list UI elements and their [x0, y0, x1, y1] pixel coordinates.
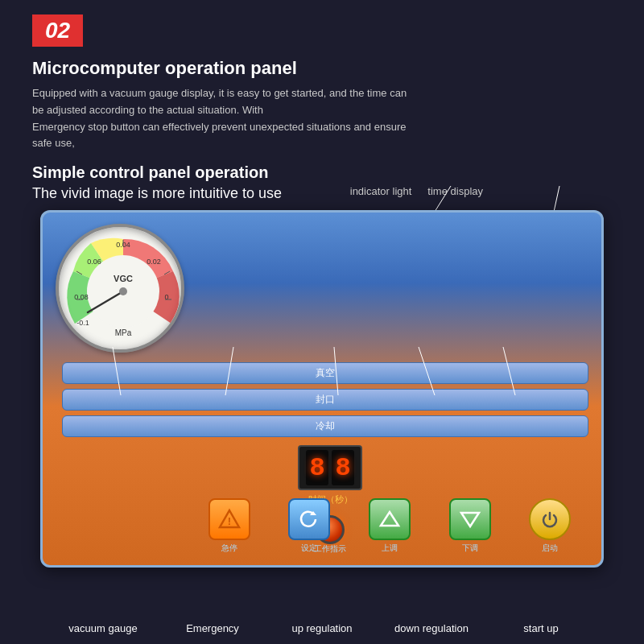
svg-point-11	[119, 287, 127, 295]
down-regulation-button[interactable]	[449, 498, 491, 540]
reset-icon	[298, 508, 320, 530]
svg-text:VGC: VGC	[114, 274, 133, 283]
page-container: 02 Microcomputer operation panel Equippe…	[0, 0, 644, 644]
sub-desc: The vivid image is more intuitive to use…	[32, 185, 612, 202]
down-label: 下调	[462, 543, 478, 554]
set-btn-group: 设定	[288, 498, 330, 554]
down-arrow-icon	[459, 508, 481, 530]
seal-mode-button[interactable]: 封口	[62, 389, 588, 411]
vacuum-gauge-label: vacuum gauge	[48, 622, 158, 644]
start-label: 启动	[542, 543, 558, 554]
set-label: 设定	[301, 543, 317, 554]
svg-marker-22	[461, 513, 479, 526]
svg-text:MPa: MPa	[115, 328, 132, 337]
svg-text:-0.1: -0.1	[76, 319, 89, 327]
time-digit-2: 8	[332, 450, 354, 485]
up-arrow-icon	[378, 508, 401, 530]
svg-marker-21	[381, 512, 398, 526]
up-label: 上调	[382, 543, 398, 554]
cool-mode-button[interactable]: 冷却	[62, 415, 588, 437]
start-button[interactable]	[529, 498, 571, 540]
time-digits: 8 8	[298, 445, 362, 490]
start-up-label: start up	[486, 622, 596, 644]
warning-icon: !	[218, 508, 241, 530]
header-badge: 02	[32, 14, 612, 47]
emergency-btn-group: ! 急停	[208, 498, 250, 554]
bottom-annotations: vacuum gauge Emergency stop switch up re…	[32, 622, 612, 644]
start-btn-group: 启动	[529, 498, 571, 554]
svg-text:0.02: 0.02	[147, 258, 161, 266]
time-digit-1: 8	[306, 450, 328, 485]
gauge-svg: 0.08 0.06 0.04 0.02 0 -0.1 VGC MPa	[59, 227, 184, 353]
section-description: Equipped with a vacuum gauge display, it…	[32, 85, 612, 152]
emergency-stop-button[interactable]: !	[208, 498, 250, 540]
annotation-indicator-light: indicator light	[350, 185, 412, 197]
time-display-area: 8 8 时间（秒）	[72, 445, 588, 506]
badge-number: 02	[32, 14, 83, 47]
down-btn-group: 下调	[449, 498, 491, 554]
section-title: Microcomputer operation panel	[32, 58, 612, 79]
control-panel: 0.08 0.06 0.04 0.02 0 -0.1 VGC MPa	[40, 210, 604, 568]
svg-text:!: !	[228, 515, 231, 527]
power-icon	[539, 508, 561, 530]
emergency-label: 急停	[221, 543, 237, 554]
set-button[interactable]	[288, 498, 330, 540]
down-regulation-label: down regulation	[377, 622, 486, 644]
up-btn-group: 上调	[369, 498, 411, 554]
vacuum-gauge-display: 0.08 0.06 0.04 0.02 0 -0.1 VGC MPa	[56, 224, 184, 353]
vacuum-mode-button[interactable]: 真空	[62, 362, 588, 384]
mode-buttons-group: 真空 封口 冷却	[62, 362, 588, 437]
emergency-stop-label: Emergency stop switch	[158, 622, 267, 644]
control-buttons-row: ! 急停 设定	[189, 498, 590, 554]
up-regulation-button[interactable]	[369, 498, 411, 540]
sub-title: Simple control panel operation	[32, 163, 612, 182]
up-regulation-label: up regulation	[267, 622, 377, 644]
annotation-time-display: time display	[427, 185, 483, 197]
svg-text:0.06: 0.06	[87, 258, 101, 266]
